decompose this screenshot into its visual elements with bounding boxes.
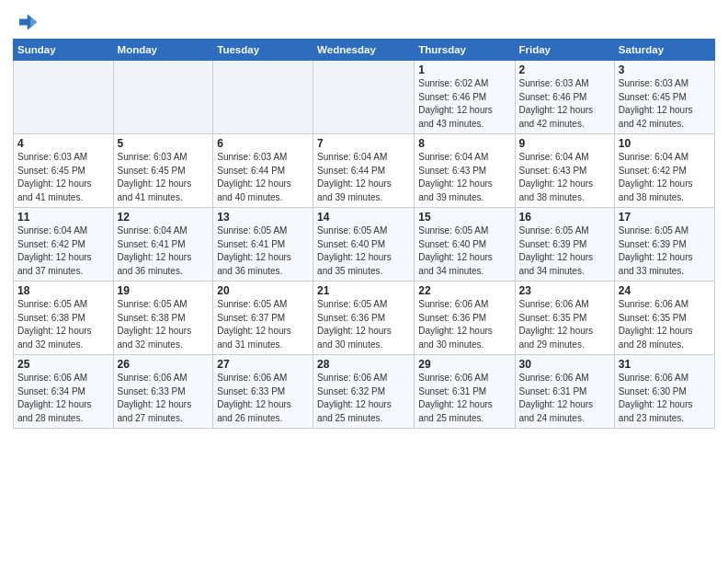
weekday-header: Thursday bbox=[415, 40, 515, 61]
calendar-cell: 20Sunrise: 6:05 AM Sunset: 6:37 PM Dayli… bbox=[213, 282, 313, 355]
day-number: 8 bbox=[418, 137, 510, 150]
day-info: Sunrise: 6:06 AM Sunset: 6:35 PM Dayligh… bbox=[619, 298, 711, 351]
calendar-cell: 2Sunrise: 6:03 AM Sunset: 6:46 PM Daylig… bbox=[515, 61, 614, 134]
calendar-cell: 28Sunrise: 6:06 AM Sunset: 6:32 PM Dayli… bbox=[313, 355, 415, 429]
weekday-header: Monday bbox=[113, 40, 213, 61]
day-number: 3 bbox=[619, 63, 711, 76]
day-info: Sunrise: 6:03 AM Sunset: 6:45 PM Dayligh… bbox=[118, 151, 210, 204]
day-info: Sunrise: 6:05 AM Sunset: 6:41 PM Dayligh… bbox=[217, 224, 309, 278]
day-info: Sunrise: 6:06 AM Sunset: 6:36 PM Dayligh… bbox=[418, 298, 510, 351]
calendar-cell: 11Sunrise: 6:04 AM Sunset: 6:42 PM Dayli… bbox=[14, 208, 114, 282]
day-number: 1 bbox=[418, 63, 510, 76]
day-number: 12 bbox=[118, 211, 210, 224]
day-number: 20 bbox=[217, 284, 309, 297]
logo-icon bbox=[13, 9, 39, 35]
day-info: Sunrise: 6:05 AM Sunset: 6:36 PM Dayligh… bbox=[317, 298, 410, 351]
day-number: 10 bbox=[619, 137, 711, 150]
calendar-cell: 3Sunrise: 6:03 AM Sunset: 6:45 PM Daylig… bbox=[614, 61, 714, 134]
day-number: 9 bbox=[519, 137, 610, 150]
page-container: SundayMondayTuesdayWednesdayThursdayFrid… bbox=[0, 0, 728, 436]
calendar-week: 18Sunrise: 6:05 AM Sunset: 6:38 PM Dayli… bbox=[14, 282, 715, 355]
day-info: Sunrise: 6:04 AM Sunset: 6:44 PM Dayligh… bbox=[317, 151, 410, 204]
day-info: Sunrise: 6:06 AM Sunset: 6:31 PM Dayligh… bbox=[418, 372, 510, 425]
day-number: 31 bbox=[619, 358, 711, 371]
day-number: 29 bbox=[418, 358, 510, 371]
calendar-cell: 5Sunrise: 6:03 AM Sunset: 6:45 PM Daylig… bbox=[113, 134, 213, 208]
day-number: 21 bbox=[317, 284, 410, 297]
day-info: Sunrise: 6:03 AM Sunset: 6:46 PM Dayligh… bbox=[519, 77, 610, 131]
day-info: Sunrise: 6:05 AM Sunset: 6:40 PM Dayligh… bbox=[317, 224, 410, 278]
day-info: Sunrise: 6:05 AM Sunset: 6:38 PM Dayligh… bbox=[17, 298, 109, 351]
day-number: 17 bbox=[619, 211, 711, 224]
day-number: 14 bbox=[317, 211, 410, 224]
calendar-cell: 10Sunrise: 6:04 AM Sunset: 6:42 PM Dayli… bbox=[614, 134, 714, 208]
day-info: Sunrise: 6:06 AM Sunset: 6:32 PM Dayligh… bbox=[317, 372, 410, 425]
day-number: 16 bbox=[519, 211, 610, 224]
calendar-cell: 26Sunrise: 6:06 AM Sunset: 6:33 PM Dayli… bbox=[113, 355, 213, 429]
header bbox=[13, 9, 715, 35]
day-number: 19 bbox=[118, 284, 210, 297]
day-info: Sunrise: 6:04 AM Sunset: 6:43 PM Dayligh… bbox=[519, 151, 610, 204]
day-number: 5 bbox=[118, 137, 210, 150]
calendar-cell: 13Sunrise: 6:05 AM Sunset: 6:41 PM Dayli… bbox=[213, 208, 313, 282]
day-info: Sunrise: 6:06 AM Sunset: 6:33 PM Dayligh… bbox=[118, 372, 210, 425]
calendar-cell: 23Sunrise: 6:06 AM Sunset: 6:35 PM Dayli… bbox=[515, 282, 614, 355]
day-number: 23 bbox=[519, 284, 610, 297]
calendar-cell bbox=[113, 61, 213, 134]
calendar-cell: 19Sunrise: 6:05 AM Sunset: 6:38 PM Dayli… bbox=[113, 282, 213, 355]
day-info: Sunrise: 6:04 AM Sunset: 6:42 PM Dayligh… bbox=[17, 224, 109, 278]
day-number: 11 bbox=[17, 211, 109, 224]
day-number: 18 bbox=[17, 284, 109, 297]
calendar-cell: 27Sunrise: 6:06 AM Sunset: 6:33 PM Dayli… bbox=[213, 355, 313, 429]
calendar-cell: 25Sunrise: 6:06 AM Sunset: 6:34 PM Dayli… bbox=[14, 355, 114, 429]
calendar-week: 4Sunrise: 6:03 AM Sunset: 6:45 PM Daylig… bbox=[14, 134, 715, 208]
day-number: 24 bbox=[619, 284, 711, 297]
day-info: Sunrise: 6:05 AM Sunset: 6:40 PM Dayligh… bbox=[418, 224, 510, 278]
day-number: 26 bbox=[118, 358, 210, 371]
day-number: 25 bbox=[17, 358, 109, 371]
calendar-cell: 12Sunrise: 6:04 AM Sunset: 6:41 PM Dayli… bbox=[113, 208, 213, 282]
day-info: Sunrise: 6:05 AM Sunset: 6:39 PM Dayligh… bbox=[519, 224, 610, 278]
day-info: Sunrise: 6:06 AM Sunset: 6:34 PM Dayligh… bbox=[17, 372, 109, 425]
day-number: 6 bbox=[217, 137, 309, 150]
weekday-header: Wednesday bbox=[313, 40, 415, 61]
weekday-header: Sunday bbox=[14, 40, 114, 61]
day-number: 15 bbox=[418, 211, 510, 224]
calendar-week: 1Sunrise: 6:02 AM Sunset: 6:46 PM Daylig… bbox=[14, 61, 715, 134]
day-number: 13 bbox=[217, 211, 309, 224]
day-info: Sunrise: 6:04 AM Sunset: 6:43 PM Dayligh… bbox=[418, 151, 510, 204]
calendar-cell: 29Sunrise: 6:06 AM Sunset: 6:31 PM Dayli… bbox=[415, 355, 515, 429]
calendar-cell bbox=[313, 61, 415, 134]
day-info: Sunrise: 6:03 AM Sunset: 6:44 PM Dayligh… bbox=[217, 151, 309, 204]
day-info: Sunrise: 6:05 AM Sunset: 6:37 PM Dayligh… bbox=[217, 298, 309, 351]
day-info: Sunrise: 6:04 AM Sunset: 6:42 PM Dayligh… bbox=[619, 151, 711, 204]
day-number: 4 bbox=[17, 137, 109, 150]
weekday-header: Friday bbox=[515, 40, 614, 61]
calendar-cell: 14Sunrise: 6:05 AM Sunset: 6:40 PM Dayli… bbox=[313, 208, 415, 282]
calendar-cell: 15Sunrise: 6:05 AM Sunset: 6:40 PM Dayli… bbox=[415, 208, 515, 282]
calendar-cell: 8Sunrise: 6:04 AM Sunset: 6:43 PM Daylig… bbox=[415, 134, 515, 208]
day-number: 27 bbox=[217, 358, 309, 371]
calendar-table: SundayMondayTuesdayWednesdayThursdayFrid… bbox=[13, 39, 715, 429]
day-info: Sunrise: 6:06 AM Sunset: 6:30 PM Dayligh… bbox=[619, 372, 711, 425]
day-info: Sunrise: 6:06 AM Sunset: 6:35 PM Dayligh… bbox=[519, 298, 610, 351]
calendar-cell: 21Sunrise: 6:05 AM Sunset: 6:36 PM Dayli… bbox=[313, 282, 415, 355]
day-number: 7 bbox=[317, 137, 410, 150]
calendar-week: 25Sunrise: 6:06 AM Sunset: 6:34 PM Dayli… bbox=[14, 355, 715, 429]
day-number: 30 bbox=[519, 358, 610, 371]
calendar-cell: 1Sunrise: 6:02 AM Sunset: 6:46 PM Daylig… bbox=[415, 61, 515, 134]
calendar-cell: 17Sunrise: 6:05 AM Sunset: 6:39 PM Dayli… bbox=[614, 208, 714, 282]
calendar-cell bbox=[213, 61, 313, 134]
calendar-cell: 24Sunrise: 6:06 AM Sunset: 6:35 PM Dayli… bbox=[614, 282, 714, 355]
weekday-header: Tuesday bbox=[213, 40, 313, 61]
day-info: Sunrise: 6:02 AM Sunset: 6:46 PM Dayligh… bbox=[418, 77, 510, 131]
day-info: Sunrise: 6:06 AM Sunset: 6:31 PM Dayligh… bbox=[519, 372, 610, 425]
day-info: Sunrise: 6:05 AM Sunset: 6:39 PM Dayligh… bbox=[619, 224, 711, 278]
day-info: Sunrise: 6:04 AM Sunset: 6:41 PM Dayligh… bbox=[118, 224, 210, 278]
day-info: Sunrise: 6:06 AM Sunset: 6:33 PM Dayligh… bbox=[217, 372, 309, 425]
day-info: Sunrise: 6:05 AM Sunset: 6:38 PM Dayligh… bbox=[118, 298, 210, 351]
calendar-cell: 31Sunrise: 6:06 AM Sunset: 6:30 PM Dayli… bbox=[614, 355, 714, 429]
day-number: 28 bbox=[317, 358, 410, 371]
calendar-cell: 18Sunrise: 6:05 AM Sunset: 6:38 PM Dayli… bbox=[14, 282, 114, 355]
calendar-week: 11Sunrise: 6:04 AM Sunset: 6:42 PM Dayli… bbox=[14, 208, 715, 282]
